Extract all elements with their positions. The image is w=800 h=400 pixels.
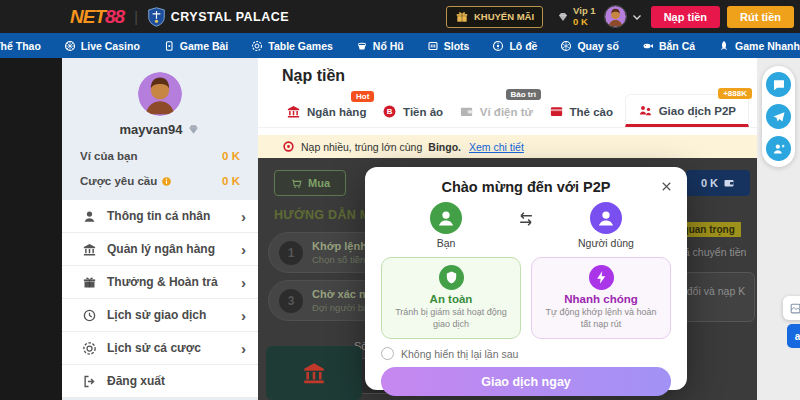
notice-highlight: Bingo. [428, 141, 461, 153]
balance-button[interactable]: 0 K [686, 170, 750, 196]
tab-label: Tiền ảo [403, 106, 443, 118]
nav-item-the-thao[interactable]: Thể Thao [0, 40, 41, 52]
sidebar-item-bet-history[interactable]: Lịch sử cá cược› [62, 332, 258, 365]
dont-show-again-radio[interactable] [381, 347, 394, 360]
nav-label: Table Games [268, 40, 333, 52]
live-chat-button[interactable] [766, 72, 791, 97]
deposit-button[interactable]: Nạp tiền [651, 6, 720, 28]
nav-item-quay-so[interactable]: Quay số [560, 40, 618, 52]
wallet-row: Ví của bạn 0 K [62, 150, 258, 162]
nav-item-game-nhanh[interactable]: Game Nhanh [718, 40, 800, 52]
dont-show-again-option[interactable]: Không hiển thị lại lần sau [381, 347, 671, 360]
promotions-button[interactable]: KHUYẾN MÃI [446, 6, 543, 28]
step-number: 3 [279, 289, 303, 313]
benefit-title: Nhanh chóng [540, 293, 662, 305]
svg-text:B: B [387, 107, 393, 116]
tab-label: Giao dịch P2P [659, 105, 736, 117]
nav-label: Slots [444, 40, 470, 52]
bolt-icon [594, 270, 609, 285]
ai-assistant-button[interactable]: ai [787, 324, 800, 348]
buy-tab-button[interactable]: Mua [274, 170, 346, 196]
menu-label: Lịch sử giao dịch [107, 308, 206, 322]
vip-status[interactable]: Vip 1 0 K [557, 6, 596, 27]
menu-label: Quản lý ngân hàng [107, 242, 215, 256]
notice-details-link[interactable]: Xem chi tiết [469, 141, 524, 153]
sidebar-item-rewards[interactable]: Thưởng & Hoàn trả› [62, 266, 258, 299]
nav-item-lo-de[interactable]: Lô đề [492, 40, 537, 52]
actor-user: Người dùng [570, 202, 642, 249]
nav-label: Quay số [577, 40, 618, 52]
person-icon [436, 208, 456, 228]
telegram-button[interactable] [766, 104, 791, 129]
withdraw-button[interactable]: Rút tiền [727, 6, 794, 28]
benefit-card-fast[interactable]: Nhanh chóng Tự động khớp lệnh và hoàn tấ… [531, 257, 671, 339]
game-cards-icon [163, 40, 175, 52]
page-title: Nạp tiền [282, 67, 345, 85]
benefit-card-safe[interactable]: An toàn Tránh bị giám sát hoạt động giao… [381, 257, 521, 339]
avatar[interactable] [604, 5, 627, 28]
bitcoin-icon: B [382, 104, 397, 119]
promotions-label: KHUYẾN MÃI [474, 11, 534, 22]
sidebar-item-personal-info[interactable]: Thông tin cá nhân› [62, 200, 258, 233]
main-nav: Thể Thao Live Casino Game Bài Table Game… [0, 33, 800, 58]
sidebar-item-bank-management[interactable]: Quản lý ngân hàng› [62, 233, 258, 266]
buy-label: Mua [308, 177, 330, 189]
chevron-right-icon: › [241, 340, 246, 357]
tab-tien-ao[interactable]: BTiền ảo [378, 96, 447, 127]
nav-item-ban-ca[interactable]: Bắn Cá [642, 40, 695, 52]
logout-icon [82, 374, 97, 389]
benefit-title: An toàn [390, 293, 512, 305]
nav-item-live-casino[interactable]: Live Casino [64, 40, 140, 52]
nav-item-slots[interactable]: Slots [427, 40, 470, 52]
balance-value: 0 K [701, 177, 718, 189]
menu-label: Đăng xuất [107, 374, 165, 388]
bank-icon [82, 242, 97, 257]
wallet-icon [723, 177, 735, 189]
nav-item-table-games[interactable]: Table Games [251, 40, 333, 52]
vip-level: Vip 1 [573, 6, 596, 16]
partner-logo: CRYSTAL PALACE [148, 7, 289, 27]
wallet-label: Ví của bạn [80, 150, 138, 162]
gift-icon [455, 10, 469, 24]
diamond-icon [187, 123, 200, 136]
support-button[interactable] [766, 136, 791, 161]
fish-icon [642, 40, 654, 52]
bank-icon [301, 360, 327, 386]
gift-icon [82, 275, 97, 290]
crystal-palace-shield-icon [148, 7, 165, 27]
trade-now-button[interactable]: Giao dịch ngay [381, 367, 671, 396]
chat-dots-icon [772, 78, 786, 92]
p2p-welcome-modal: Chào mừng đến với P2P Bạn Người dùng An … [365, 167, 687, 390]
partner-name: CRYSTAL PALACE [171, 10, 289, 24]
nav-label: Game Nhanh [735, 40, 800, 52]
nav-label: Thể Thao [0, 40, 41, 52]
chevron-down-icon[interactable] [631, 11, 643, 23]
poker-chip-icon [251, 40, 263, 52]
tab-giao-dich-p2p[interactable]: Giao dịch P2P+888K [625, 94, 749, 127]
tab-ngan-hang[interactable]: Ngân hàngHot [282, 96, 370, 127]
nav-item-no-hu[interactable]: Nổ Hũ [356, 40, 404, 52]
bank-select-panel[interactable] [266, 346, 362, 400]
tab-vi-dien-tu[interactable]: Ví điện tửBảo trì [455, 96, 537, 127]
screenshot-tool-button[interactable] [783, 296, 800, 320]
dont-show-again-label: Không hiển thị lại lần sau [401, 348, 518, 360]
diamond-icon [557, 11, 569, 23]
poker-chip-icon [82, 341, 97, 356]
p2p-people-icon [638, 103, 653, 118]
net88-logo[interactable]: NET88 [70, 6, 124, 28]
close-icon[interactable] [659, 179, 674, 194]
vip-balance: 0 K [573, 17, 588, 27]
notice-text: Nạp nhiều, trúng lớn cùng [301, 141, 422, 153]
sidebar-item-transaction-history[interactable]: Lịch sử giao dịch› [62, 299, 258, 332]
target-icon [282, 140, 295, 153]
actor-you-label: Bạn [437, 237, 456, 249]
sidebar-item-logout[interactable]: Đăng xuất [62, 365, 258, 398]
tab-label: Ngân hàng [307, 106, 366, 118]
tab-the-cao[interactable]: Thẻ cào [545, 96, 617, 127]
benefit-cards: An toàn Tránh bị giám sát hoạt động giao… [381, 257, 671, 339]
nav-item-game-bai[interactable]: Game Bài [163, 40, 228, 52]
info-icon[interactable] [161, 176, 172, 187]
cart-icon [290, 177, 303, 190]
chevron-right-icon: › [241, 208, 246, 225]
wallet-value: 0 K [222, 150, 240, 162]
